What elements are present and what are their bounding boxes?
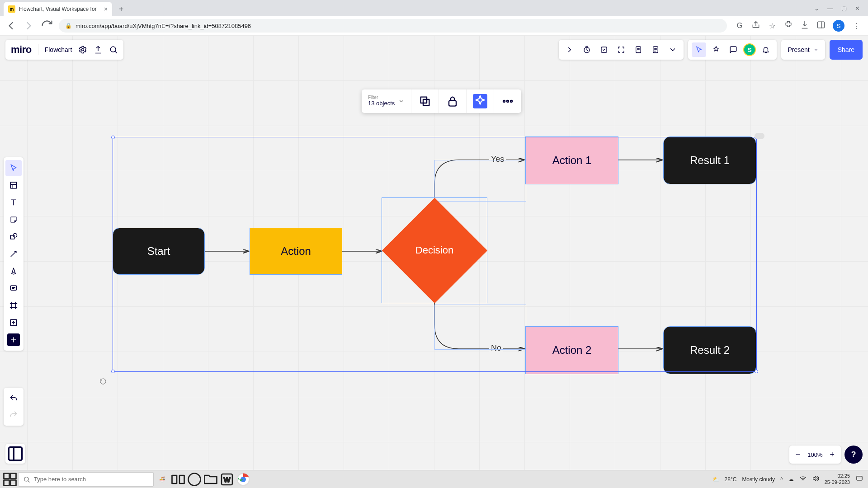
search-placeholder: Type here to search xyxy=(34,476,86,483)
chrome-icon[interactable] xyxy=(235,471,251,488)
bookmark-star-icon[interactable]: ☆ xyxy=(768,22,777,30)
minimize-icon[interactable]: — xyxy=(827,5,833,12)
onedrive-icon[interactable]: ☁ xyxy=(788,476,794,483)
browser-tab[interactable]: m Flowchart, Visual Workspace for × xyxy=(4,2,112,16)
canvas[interactable]: Yes No Start Action Decision Action 1 Ac… xyxy=(0,35,868,470)
start-menu-icon[interactable] xyxy=(2,471,18,488)
taskbar-news-icon[interactable]: 🍜 xyxy=(154,471,170,488)
weather-desc[interactable]: Mostly cloudy xyxy=(742,476,775,483)
taskbar-clock[interactable]: 02:25 25-09-2023 xyxy=(825,473,850,485)
lock-icon: 🔒 xyxy=(65,23,72,29)
close-window-icon[interactable]: ✕ xyxy=(855,5,860,12)
weather-temp[interactable]: 28°C xyxy=(725,476,737,483)
svg-rect-28 xyxy=(172,475,177,483)
volume-icon[interactable] xyxy=(812,475,819,483)
miro-favicon-icon: m xyxy=(8,5,15,13)
svg-rect-23 xyxy=(4,473,9,479)
search-icon xyxy=(23,476,30,483)
selection-bounding-box[interactable] xyxy=(113,137,757,372)
browser-profile-avatar[interactable]: S xyxy=(833,20,844,32)
browser-chrome: m Flowchart, Visual Workspace for × + ⌄ … xyxy=(0,0,868,35)
kebab-menu-icon[interactable]: ⋮ xyxy=(852,22,861,30)
wifi-icon[interactable] xyxy=(799,475,807,483)
back-button[interactable] xyxy=(5,19,17,32)
svg-rect-26 xyxy=(11,480,16,485)
zoom-in-button[interactable]: + xyxy=(827,450,837,460)
url-text: miro.com/app/board/uXjVMhtg7nE=/?share_l… xyxy=(75,23,251,29)
zoom-level[interactable]: 100% xyxy=(807,451,822,458)
sidepanel-icon[interactable] xyxy=(816,20,826,31)
address-bar[interactable]: 🔒 miro.com/app/board/uXjVMhtg7nE=/?share… xyxy=(59,19,727,33)
tab-close-icon[interactable]: × xyxy=(104,5,108,13)
svg-point-30 xyxy=(189,473,201,485)
svg-rect-25 xyxy=(4,480,9,485)
google-icon[interactable]: G xyxy=(735,22,744,30)
windows-taskbar: Type here to search 🍜 W ⛅ 28°C Mostly cl… xyxy=(0,470,868,488)
svg-rect-29 xyxy=(179,475,184,483)
selection-handle-sw[interactable] xyxy=(111,370,115,373)
maximize-icon[interactable]: ▢ xyxy=(841,5,847,12)
selection-link-pill[interactable] xyxy=(755,133,764,139)
reload-button[interactable] xyxy=(41,19,53,32)
taskbar-tray: ⛅ 28°C Mostly cloudy ^ ☁ 02:25 25-09-202… xyxy=(712,473,866,485)
extensions-icon[interactable] xyxy=(784,20,793,31)
svg-rect-0 xyxy=(818,22,825,28)
zoom-out-button[interactable]: − xyxy=(793,450,803,460)
word-icon[interactable]: W xyxy=(219,471,235,488)
window-controls: ⌄ — ▢ ✕ xyxy=(806,0,868,16)
new-tab-button[interactable]: + xyxy=(115,3,127,15)
forward-button[interactable] xyxy=(23,19,35,32)
file-explorer-icon[interactable] xyxy=(203,471,219,488)
tab-strip: m Flowchart, Visual Workspace for × + ⌄ … xyxy=(0,0,868,16)
browser-action-icons: G ☆ S ⋮ xyxy=(732,20,863,32)
taskbar-search[interactable]: Type here to search xyxy=(18,472,154,487)
rotate-handle-icon[interactable] xyxy=(99,378,107,385)
downloads-icon[interactable] xyxy=(800,20,809,31)
notifications-icon[interactable] xyxy=(855,474,863,484)
weather-icon[interactable]: ⛅ xyxy=(712,476,719,483)
tray-chevron-icon[interactable]: ^ xyxy=(780,476,783,483)
edge-browser-icon[interactable] xyxy=(186,471,203,488)
svg-text:W: W xyxy=(224,476,231,483)
selection-handle-se[interactable] xyxy=(755,370,758,373)
zoom-controls: − 100% + xyxy=(789,446,841,464)
miro-app: miro Flowchart S Present Share xyxy=(0,35,868,470)
task-view-icon[interactable] xyxy=(170,471,186,488)
help-button[interactable]: ? xyxy=(844,446,863,464)
address-row: 🔒 miro.com/app/board/uXjVMhtg7nE=/?share… xyxy=(0,16,868,35)
selection-handle-nw[interactable] xyxy=(111,136,115,139)
chevron-down-icon[interactable]: ⌄ xyxy=(814,5,819,12)
svg-rect-24 xyxy=(11,473,16,479)
svg-rect-35 xyxy=(857,476,862,480)
share-page-icon[interactable] xyxy=(751,20,760,31)
tab-title: Flowchart, Visual Workspace for xyxy=(19,6,100,12)
